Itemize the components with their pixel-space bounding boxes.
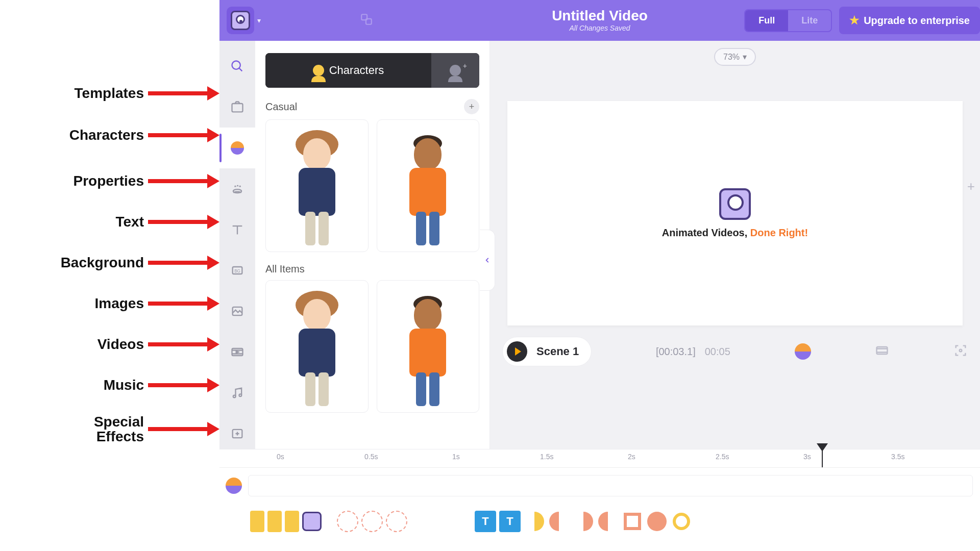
clip-shape[interactable] xyxy=(548,511,570,532)
character-thumbnail xyxy=(289,291,345,408)
arrow-icon xyxy=(148,91,219,96)
svg-line-3 xyxy=(239,68,242,71)
arrow-icon xyxy=(148,301,219,306)
timeline-ruler[interactable]: 0s 0.5s 1s 1.5s 2s 2.5s 3s 3.5s xyxy=(219,449,980,468)
asset-clip-lane[interactable]: T T xyxy=(248,511,973,532)
scene-clip-lane[interactable] xyxy=(248,475,973,496)
clip-text[interactable]: T xyxy=(475,511,496,532)
tick: 0.5s xyxy=(364,453,378,461)
tick: 3.5s xyxy=(891,453,904,461)
camera-icon[interactable] xyxy=(875,343,889,360)
star-icon: ★ xyxy=(849,14,860,27)
tick: 2.5s xyxy=(716,453,729,461)
character-card[interactable] xyxy=(377,119,480,252)
clip-placeholder[interactable] xyxy=(337,511,358,532)
images-icon xyxy=(230,304,244,318)
anno-music: Music xyxy=(104,378,144,392)
clip-shape[interactable] xyxy=(671,511,692,532)
swap-icon[interactable] xyxy=(360,13,373,28)
tool-text[interactable] xyxy=(219,209,255,250)
playhead[interactable] xyxy=(822,444,823,467)
plus-icon: + xyxy=(463,62,467,70)
tick: 0s xyxy=(277,453,284,461)
characters-icon xyxy=(231,141,244,155)
tool-search[interactable] xyxy=(219,46,255,87)
svg-point-13 xyxy=(239,394,242,396)
anno-characters: Characters xyxy=(69,128,144,142)
header: ▾ Untitled Video All Changes Saved Full … xyxy=(219,0,980,41)
character-card[interactable] xyxy=(265,280,369,413)
character-thumbnail xyxy=(400,291,456,408)
scene-track xyxy=(219,468,980,504)
anno-background: Background xyxy=(61,255,144,270)
search-icon xyxy=(230,59,244,73)
total-time: 00:05 xyxy=(705,346,730,358)
music-icon xyxy=(230,386,244,400)
arrow-icon xyxy=(148,179,219,184)
arrow-icon xyxy=(148,342,219,347)
svg-point-12 xyxy=(233,395,236,398)
clip-shape[interactable] xyxy=(622,511,643,532)
anno-images: Images xyxy=(95,296,144,311)
tool-properties[interactable] xyxy=(219,168,255,209)
clip[interactable] xyxy=(267,511,282,532)
character-card[interactable] xyxy=(377,280,480,413)
tool-videos[interactable] xyxy=(219,332,255,372)
upgrade-button[interactable]: ★ Upgrade to enterprise xyxy=(839,7,980,34)
clip-shape[interactable] xyxy=(597,511,619,532)
character-card[interactable] xyxy=(265,119,369,252)
clip-shape[interactable] xyxy=(524,511,545,532)
tool-images[interactable] xyxy=(219,291,255,332)
tab-characters-label: Characters xyxy=(329,64,384,77)
clip-shape[interactable] xyxy=(646,511,668,532)
video-title[interactable]: Untitled Video xyxy=(552,9,648,23)
clip-logo[interactable] xyxy=(302,512,322,531)
clip-placeholder[interactable] xyxy=(361,511,383,532)
workspace-menu[interactable]: ▾ xyxy=(227,7,261,34)
brand-icon xyxy=(719,188,751,220)
tab-characters[interactable]: Characters xyxy=(265,53,431,88)
add-scene-button[interactable]: + xyxy=(967,179,975,194)
tool-background[interactable]: BG xyxy=(219,250,255,291)
properties-icon xyxy=(230,182,244,196)
add-casual-button[interactable]: + xyxy=(464,99,479,114)
playbar-character-icon[interactable] xyxy=(795,343,811,360)
text-icon xyxy=(230,222,244,237)
arrow-icon xyxy=(148,383,219,388)
anno-properties: Properties xyxy=(74,173,144,188)
focus-icon[interactable] xyxy=(953,343,968,360)
clip[interactable] xyxy=(285,511,299,532)
tick: 2s xyxy=(628,453,635,461)
chevron-left-icon xyxy=(484,257,491,264)
tool-templates[interactable] xyxy=(219,87,255,128)
tick: 3s xyxy=(803,453,811,461)
tool-characters[interactable] xyxy=(219,128,255,168)
mode-full-button[interactable]: Full xyxy=(745,10,788,31)
asset-track: T T xyxy=(219,504,980,539)
scene-label: Scene 1 xyxy=(536,345,579,358)
svg-text:BG: BG xyxy=(234,269,240,273)
clip-text[interactable]: T xyxy=(499,511,521,532)
stage[interactable]: Animated Videos, Done Right! xyxy=(507,101,963,325)
tick: 1s xyxy=(452,453,460,461)
anno-videos: Videos xyxy=(97,337,144,352)
svg-rect-15 xyxy=(877,347,888,354)
tool-music[interactable] xyxy=(219,372,255,413)
clip-placeholder[interactable] xyxy=(386,511,407,532)
character-icon xyxy=(226,478,242,494)
arrow-icon xyxy=(148,260,219,265)
anno-special-effects: Special Effects xyxy=(94,414,144,444)
section-all-label: All Items xyxy=(265,263,305,275)
clip-shape[interactable] xyxy=(573,511,594,532)
mode-lite-button[interactable]: Lite xyxy=(788,10,831,31)
tool-effects[interactable] xyxy=(219,413,255,454)
character-thumbnail xyxy=(289,130,345,247)
annotation-overlay: Templates Characters Properties Text Bac… xyxy=(0,0,219,551)
tab-add-character[interactable]: + xyxy=(431,53,479,88)
zoom-dropdown[interactable]: 73% ▾ xyxy=(714,48,756,66)
play-button[interactable] xyxy=(507,341,527,362)
collapse-panel-button[interactable] xyxy=(480,230,495,291)
anno-templates: Templates xyxy=(75,86,144,101)
clip[interactable] xyxy=(250,511,264,532)
character-thumbnail xyxy=(400,130,456,247)
